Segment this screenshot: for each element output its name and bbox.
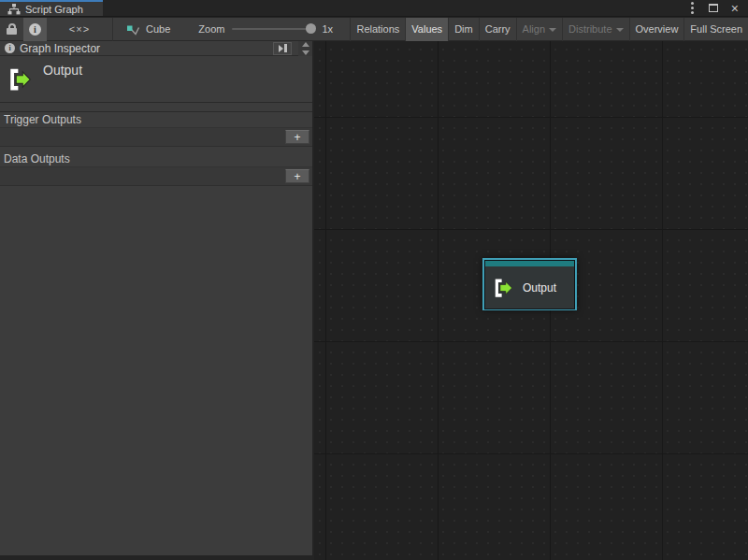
trigger-outputs-list: + <box>0 128 312 147</box>
add-data-output-button[interactable]: + <box>285 169 309 183</box>
graph-node-icon <box>126 23 140 36</box>
section-divider <box>0 103 312 112</box>
dock-panel-button[interactable] <box>273 42 292 55</box>
graph-inspector-header: i Graph Inspector <box>0 41 312 56</box>
trigger-outputs-header: Trigger Outputs <box>0 112 312 128</box>
info-icon: i <box>5 43 15 53</box>
info-icon: i <box>29 23 41 36</box>
scroll-down-icon[interactable] <box>302 50 309 55</box>
relations-button[interactable]: Relations <box>350 18 405 41</box>
chevron-down-icon <box>549 28 556 32</box>
zoom-slider-handle[interactable] <box>306 23 316 34</box>
graph-inspector-panel: i Graph Inspector Output Trigger Outputs… <box>0 41 313 560</box>
close-icon[interactable]: × <box>731 4 739 13</box>
panel-scroll-spinner <box>298 41 312 56</box>
overview-button[interactable]: Overview <box>629 18 684 41</box>
data-outputs-header: Data Outputs <box>0 151 312 167</box>
window-controls: × <box>689 0 748 16</box>
code-icon: <×> <box>69 23 90 35</box>
fullscreen-button[interactable]: Full Screen <box>683 18 748 41</box>
toolbar-right-group: Relations Values Dim Carry Align Distrib… <box>350 18 748 41</box>
script-graph-window: Script Graph × i <×> Cube <box>0 0 748 560</box>
graph-inspector-title: Graph Inspector <box>20 42 100 55</box>
lock-icon <box>7 23 17 35</box>
distribute-dropdown[interactable]: Distribute <box>562 18 628 41</box>
zoom-value: 1x <box>322 23 333 35</box>
unit-preview: Output <box>0 56 312 103</box>
maximize-icon[interactable] <box>709 4 718 12</box>
carry-button[interactable]: Carry <box>479 18 516 41</box>
dock-arrow-icon <box>279 45 283 52</box>
align-dropdown[interactable]: Align <box>516 18 562 41</box>
output-node-label: Output <box>523 281 556 294</box>
zoom-control: Zoom 1x <box>198 23 333 35</box>
inspector-toggle-button[interactable]: i <box>23 18 47 41</box>
values-button[interactable]: Values <box>405 18 448 41</box>
edit-source-button[interactable]: <×> <box>47 18 112 41</box>
data-outputs-list: + <box>0 167 312 186</box>
scroll-up-icon[interactable] <box>302 42 309 47</box>
graph-canvas[interactable]: Output <box>314 41 748 560</box>
tab-bar: Script Graph × <box>0 0 748 17</box>
more-menu-icon[interactable] <box>691 7 694 9</box>
graph-toolbar: i <×> Cube Zoom 1x Relations Values <box>0 18 748 41</box>
zoom-label: Zoom <box>198 23 224 35</box>
output-node-body: Output <box>484 266 575 309</box>
output-unit-icon <box>493 277 513 299</box>
output-node[interactable]: Output <box>482 258 577 310</box>
output-node-header <box>484 260 575 266</box>
zoom-slider[interactable] <box>232 28 314 30</box>
unit-title: Output <box>43 63 82 78</box>
tab-title: Script Graph <box>25 4 83 15</box>
inspector-empty-area <box>0 186 312 555</box>
graph-target-button[interactable]: Cube <box>113 18 183 41</box>
script-graph-icon <box>7 4 21 15</box>
add-trigger-output-button[interactable]: + <box>285 130 309 144</box>
tab-script-graph[interactable]: Script Graph <box>0 0 103 16</box>
dim-button[interactable]: Dim <box>448 18 479 41</box>
lock-button[interactable] <box>0 18 23 41</box>
output-unit-icon <box>7 66 32 93</box>
chevron-down-icon <box>616 28 624 32</box>
graph-target-label: Cube <box>146 23 170 35</box>
